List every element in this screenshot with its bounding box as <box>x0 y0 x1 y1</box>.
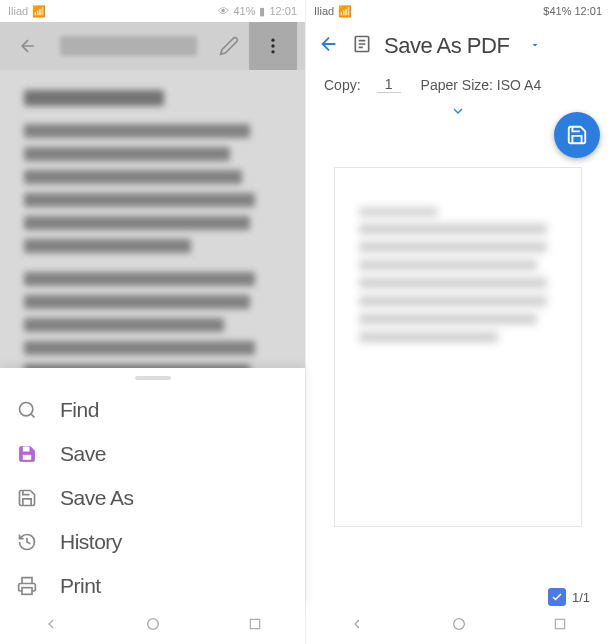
save-pdf-fab[interactable] <box>554 112 600 158</box>
print-options: Copy: 1 Paper Size: ISO A4 <box>306 70 610 99</box>
eye-icon: 👁 <box>218 5 229 17</box>
search-icon <box>16 399 38 421</box>
menu-item-history[interactable]: History <box>0 520 305 564</box>
print-icon <box>16 575 38 597</box>
page-indicator: 1/1 <box>548 588 590 606</box>
menu-label: Find <box>60 398 99 422</box>
menu-label: Save As <box>60 486 134 510</box>
page-count: 1/1 <box>572 590 590 605</box>
android-nav-bar <box>306 608 610 644</box>
signal-icon: 📶 <box>338 5 352 18</box>
pdf-page-preview[interactable] <box>334 167 582 527</box>
save-as-icon <box>16 487 38 509</box>
history-icon <box>16 531 38 553</box>
nav-recent-button[interactable] <box>248 617 262 635</box>
menu-item-save-as[interactable]: Save As <box>0 476 305 520</box>
page-checkbox[interactable] <box>548 588 566 606</box>
svg-rect-6 <box>22 588 32 595</box>
status-bar: Iliad 📶 👁 41% ▮ 12:01 <box>0 0 305 22</box>
back-button[interactable] <box>318 33 340 59</box>
status-bar: Iliad 📶 $41% 12:01 <box>306 0 610 22</box>
battery-icon: ▮ <box>259 5 265 18</box>
svg-rect-8 <box>250 619 259 628</box>
carrier-label: Iliad <box>8 5 28 17</box>
pdf-type-icon <box>352 34 372 58</box>
menu-label: Save <box>60 442 106 466</box>
page-title: Save As PDF <box>384 33 509 59</box>
context-menu: Find Save Save As History Print <box>0 368 305 608</box>
menu-label: Print <box>60 574 101 598</box>
android-nav-bar <box>0 608 305 644</box>
copy-input[interactable]: 1 <box>377 76 401 93</box>
nav-back-button[interactable] <box>349 616 365 636</box>
save-icon <box>16 443 38 465</box>
nav-back-button[interactable] <box>43 616 59 636</box>
sheet-handle[interactable] <box>135 376 171 380</box>
battery-time: $41% 12:01 <box>543 5 602 17</box>
signal-icon: 📶 <box>32 5 46 18</box>
nav-recent-button[interactable] <box>553 617 567 635</box>
svg-point-7 <box>148 619 159 630</box>
battery-pct: 41% <box>233 5 255 17</box>
paper-size-label[interactable]: Paper Size: ISO A4 <box>421 77 542 93</box>
nav-home-button[interactable] <box>145 616 161 636</box>
dropdown-icon[interactable] <box>529 37 541 55</box>
menu-item-save[interactable]: Save <box>0 432 305 476</box>
nav-home-button[interactable] <box>451 616 467 636</box>
svg-point-10 <box>454 619 465 630</box>
menu-item-print[interactable]: Print <box>0 564 305 608</box>
carrier-label: Iliad <box>314 5 334 17</box>
menu-item-find[interactable]: Find <box>0 388 305 432</box>
pdf-toolbar: Save As PDF <box>306 22 610 70</box>
copy-label: Copy: <box>324 77 361 93</box>
svg-rect-5 <box>23 455 31 460</box>
svg-rect-4 <box>23 447 30 452</box>
svg-point-3 <box>20 403 33 416</box>
svg-rect-11 <box>555 619 564 628</box>
time-label: 12:01 <box>269 5 297 17</box>
menu-label: History <box>60 530 122 554</box>
